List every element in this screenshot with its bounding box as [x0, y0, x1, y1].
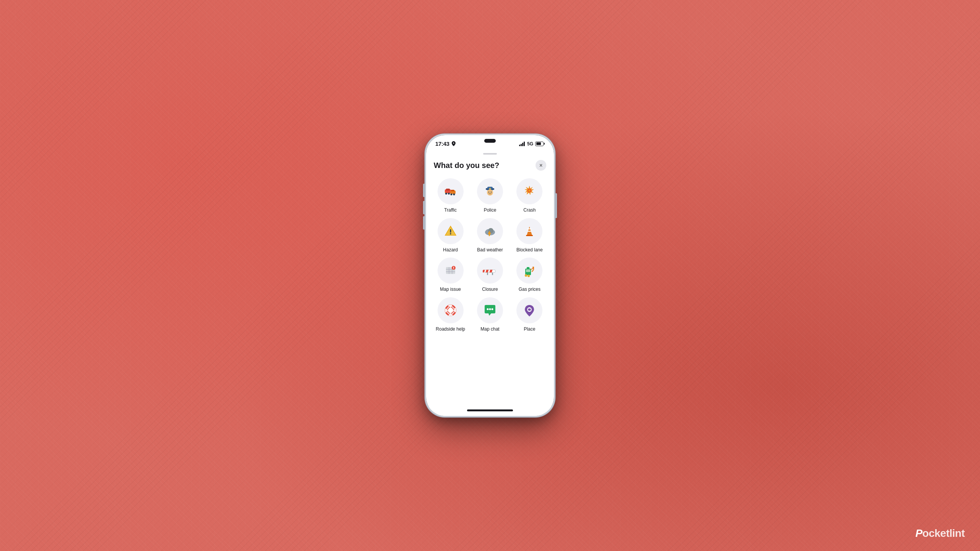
closure-icon: [483, 263, 497, 278]
bad-weather-label: Bad weather: [477, 247, 503, 253]
grid-item-police[interactable]: Police: [472, 178, 508, 214]
traffic-icon: [443, 184, 458, 199]
close-icon: ×: [539, 162, 542, 168]
network-badge: 5G: [527, 141, 533, 147]
battery-body: [535, 142, 544, 146]
status-bar: 17:43 5G: [426, 135, 554, 149]
svg-point-2: [445, 193, 447, 195]
grid-item-hazard[interactable]: Hazard: [432, 218, 469, 253]
svg-point-59: [489, 308, 491, 310]
grid-item-blocked-lane[interactable]: Blocked lane: [511, 218, 548, 253]
svg-text:$: $: [526, 275, 526, 277]
dynamic-island: [484, 139, 496, 143]
home-bar: [467, 409, 513, 411]
map-chat-icon-circle: [477, 297, 503, 323]
svg-point-36: [453, 268, 454, 269]
police-icon-circle: [477, 178, 503, 204]
svg-point-3: [448, 193, 450, 195]
closure-icon-circle: [477, 258, 503, 284]
watermark-text: ocketlint: [922, 527, 965, 539]
screen: What do you see? ×: [426, 149, 554, 416]
grid-content: Traffic: [426, 175, 554, 406]
svg-point-62: [528, 308, 531, 311]
watermark-p: P: [915, 527, 922, 539]
svg-point-18: [528, 189, 531, 192]
svg-point-53: [448, 307, 454, 313]
crash-icon: [522, 184, 537, 199]
location-icon: [452, 141, 456, 146]
hazard-icon: [443, 224, 458, 238]
sheet-handle: [483, 153, 497, 155]
svg-rect-43: [492, 272, 493, 275]
sheet-header: What do you see? ×: [426, 157, 554, 175]
svg-rect-26: [528, 228, 531, 230]
watermark: Pocketlint: [915, 527, 965, 540]
svg-point-15: [488, 192, 489, 192]
map-issue-icon: [443, 263, 458, 278]
svg-rect-1: [446, 189, 450, 191]
roadside-help-icon: [443, 303, 458, 318]
gas-prices-icon-circle: $ $: [516, 258, 542, 284]
svg-point-16: [491, 192, 492, 192]
grid-item-map-issue[interactable]: Map issue: [432, 258, 469, 293]
phone-frame: 17:43 5G: [425, 134, 555, 417]
roadside-help-icon-circle: [438, 297, 464, 323]
svg-point-9: [453, 194, 455, 196]
items-grid: Traffic: [432, 178, 548, 332]
svg-text:$: $: [528, 276, 529, 277]
svg-rect-20: [450, 229, 451, 233]
roadside-help-label: Roadside help: [436, 326, 465, 333]
traffic-label: Traffic: [444, 207, 457, 214]
grid-item-closure[interactable]: Closure: [472, 258, 508, 293]
svg-point-60: [491, 308, 493, 310]
police-label: Police: [484, 207, 497, 214]
phone-inner: 17:43 5G: [426, 135, 554, 416]
blocked-lane-icon: [522, 224, 537, 238]
svg-rect-45: [526, 269, 530, 272]
blocked-lane-label: Blocked lane: [516, 247, 543, 253]
grid-item-gas-prices[interactable]: $ $ Gas prices: [511, 258, 548, 293]
svg-point-58: [487, 308, 488, 310]
grid-item-map-chat[interactable]: Map chat: [472, 297, 508, 333]
svg-rect-28: [526, 235, 533, 236]
svg-rect-27: [528, 231, 532, 232]
hazard-label: Hazard: [443, 247, 458, 253]
map-issue-label: Map issue: [440, 287, 461, 293]
home-indicator: [426, 406, 554, 416]
status-bar-right: 5G: [519, 141, 545, 147]
crash-icon-circle: [516, 178, 542, 204]
svg-rect-46: [527, 267, 529, 269]
time-display: 17:43: [435, 140, 449, 147]
bad-weather-icon: [483, 224, 497, 238]
svg-point-21: [450, 233, 451, 235]
svg-point-14: [487, 189, 493, 196]
svg-rect-42: [487, 272, 488, 275]
place-label: Place: [524, 326, 535, 333]
gas-prices-icon: $ $: [522, 263, 537, 278]
grid-item-bad-weather[interactable]: Bad weather: [472, 218, 508, 253]
place-icon-circle: [516, 297, 542, 323]
svg-rect-7: [451, 190, 454, 191]
svg-rect-4: [445, 192, 446, 193]
battery-tip: [544, 143, 545, 145]
bad-weather-icon-circle: [477, 218, 503, 244]
map-chat-label: Map chat: [480, 326, 499, 333]
battery-fill: [536, 142, 541, 145]
signal-icon: [519, 142, 525, 146]
svg-point-8: [450, 194, 452, 196]
place-icon: [522, 303, 537, 318]
crash-label: Crash: [523, 207, 536, 214]
grid-item-roadside-help[interactable]: Roadside help: [432, 297, 469, 333]
map-chat-icon: [483, 303, 497, 318]
grid-item-place[interactable]: Place: [511, 297, 548, 333]
close-button[interactable]: ×: [536, 160, 546, 171]
traffic-icon-circle: [438, 178, 464, 204]
map-issue-icon-circle: [438, 258, 464, 284]
grid-item-traffic[interactable]: Traffic: [432, 178, 469, 214]
sheet-title: What do you see?: [434, 161, 499, 170]
grid-item-crash[interactable]: Crash: [511, 178, 548, 214]
svg-rect-35: [453, 267, 454, 268]
gas-prices-label: Gas prices: [519, 287, 541, 293]
battery-icon: [535, 142, 545, 146]
svg-point-13: [489, 188, 491, 189]
